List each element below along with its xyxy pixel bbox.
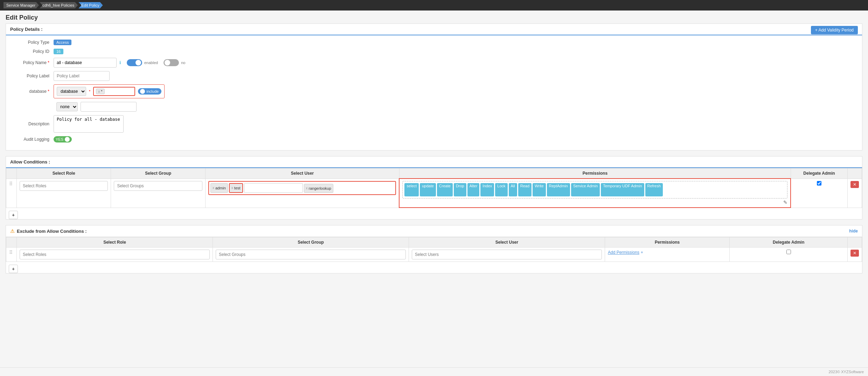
perm-alter[interactable]: Alter: [467, 183, 480, 196]
excl-delegate-admin-header: Delegate Admin: [730, 237, 848, 248]
no-toggle[interactable]: [164, 59, 179, 66]
select-roles-input[interactable]: [20, 181, 108, 191]
policy-id-row: Policy ID 16: [12, 49, 856, 54]
add-allow-row-button[interactable]: +: [9, 211, 18, 219]
add-validity-button[interactable]: + Add Validity Period: [811, 26, 858, 34]
delegate-admin-header: Delegate Admin: [791, 168, 847, 179]
perm-temp-udf[interactable]: Temporary UDF Admin: [601, 183, 644, 196]
none-row: none: [56, 102, 856, 112]
hide-link[interactable]: hide: [849, 229, 858, 234]
none-select[interactable]: none: [56, 102, 78, 111]
perm-lock[interactable]: Lock: [495, 183, 507, 196]
perm-select[interactable]: select: [404, 183, 419, 196]
delegate-admin-checkbox[interactable]: [817, 181, 821, 186]
tag-value: *: [101, 89, 102, 93]
include-toggle[interactable]: include: [138, 88, 161, 95]
delegate-admin-cell: [791, 179, 847, 208]
excl-delete-row-button[interactable]: ✕: [850, 250, 859, 257]
perm-refresh[interactable]: Refresh: [645, 183, 663, 196]
enabled-label: enabled: [144, 61, 158, 65]
user-tag-input[interactable]: [244, 183, 303, 193]
user-tag-rangerlookup: x rangerlookup: [304, 184, 333, 193]
delete-cell: ✕: [848, 179, 862, 208]
perm-edit-icon[interactable]: ✎: [402, 200, 787, 205]
user-tags-container[interactable]: x admin x test x rangerlo: [208, 181, 396, 195]
description-label: Description: [12, 121, 54, 126]
perm-create[interactable]: Create: [437, 183, 453, 196]
excl-select-user-cell: [409, 248, 605, 262]
select-user-header: Select User: [205, 168, 399, 179]
breadcrumb: Service Manager cdh6_hive Policies Edit …: [0, 0, 868, 11]
add-permissions-link[interactable]: Add Permissions: [608, 250, 639, 255]
excl-select-users-input[interactable]: [412, 250, 602, 259]
audit-knob: [65, 137, 70, 142]
drag-col-header: [6, 168, 17, 179]
select-group-header: Select Group: [111, 168, 205, 179]
none-input[interactable]: [81, 102, 137, 112]
audit-yes-label: YES: [56, 137, 63, 141]
delete-row-button[interactable]: ✕: [850, 181, 859, 188]
perm-reptadmin[interactable]: ReptAdmin: [547, 183, 570, 196]
breadcrumb-policies[interactable]: cdh6_hive Policies: [40, 2, 78, 8]
user-tag-rangerlookup-label: rangerlookup: [309, 186, 331, 190]
perm-update[interactable]: update: [420, 183, 436, 196]
excl-drag-col-header: [6, 237, 17, 248]
excl-delete-cell: ✕: [848, 248, 862, 262]
excl-permissions-cell: Add Permissions +: [605, 248, 730, 262]
permissions-header: Permissions: [399, 168, 791, 179]
excl-delegate-admin-cell: [730, 248, 848, 262]
audit-toggle[interactable]: YES: [54, 136, 72, 142]
exclude-conditions-row: ⠿ Add Permissions +: [6, 248, 862, 262]
perm-all[interactable]: All: [509, 183, 517, 196]
add-permissions-plus[interactable]: +: [641, 250, 643, 255]
policy-name-wrap: ℹ enabled no: [54, 58, 185, 68]
breadcrumb-edit-policy[interactable]: Edit Policy: [78, 2, 103, 8]
user-tag-test-x[interactable]: x: [231, 186, 233, 190]
database-tag-input[interactable]: x *: [93, 87, 135, 96]
description-textarea[interactable]: Policy for all - database: [54, 115, 124, 133]
perm-write[interactable]: Write: [533, 183, 546, 196]
policy-label-input[interactable]: [54, 71, 110, 81]
required-star: *: [89, 89, 90, 93]
allow-conditions-section: Allow Conditions : Select Role Select Gr…: [6, 156, 862, 220]
policy-type-label: Policy Type: [12, 40, 54, 45]
page-title: Edit Policy: [0, 11, 868, 23]
database-row: database database * x * include: [12, 84, 856, 98]
excl-select-roles-input[interactable]: [20, 250, 210, 259]
drag-cell: ⠿: [6, 179, 17, 208]
select-role-cell: [17, 179, 111, 208]
perm-read[interactable]: Read: [518, 183, 532, 196]
add-exclude-row-button[interactable]: +: [9, 265, 18, 273]
user-tag-admin-x[interactable]: x: [213, 186, 214, 190]
exclude-title: ⚠ Exclude from Allow Conditions :: [10, 228, 87, 234]
database-select[interactable]: database: [57, 87, 86, 96]
policy-name-input[interactable]: [54, 58, 117, 68]
database-tag: x *: [96, 89, 104, 94]
tag-x[interactable]: x: [98, 90, 100, 93]
include-label: include: [146, 89, 159, 93]
excl-select-groups-input[interactable]: [216, 250, 406, 259]
breadcrumb-service-manager[interactable]: Service Manager: [4, 2, 39, 8]
excl-select-group-header: Select Group: [213, 237, 409, 248]
excl-drag-handle-icon[interactable]: ⠿: [9, 250, 13, 255]
enabled-toggle[interactable]: [127, 59, 142, 66]
excl-action-col-header: [848, 237, 862, 248]
policy-details-header: Policy Details : + Add Validity Period: [6, 24, 862, 35]
no-label: no: [181, 61, 185, 65]
policy-label-label: Policy Label: [12, 74, 54, 78]
perm-tags-container: select update Create Drop Alter Index Lo…: [402, 181, 787, 199]
perm-index[interactable]: Index: [480, 183, 494, 196]
perm-service-admin[interactable]: Service Admin: [571, 183, 600, 196]
perm-drop[interactable]: Drop: [454, 183, 466, 196]
main-content: Policy Details : + Add Validity Period P…: [0, 23, 868, 285]
audit-logging-row: Audit Logging YES: [12, 136, 856, 142]
select-groups-input[interactable]: [114, 181, 202, 191]
excl-select-role-cell: [17, 248, 213, 262]
no-toggle-knob: [165, 60, 170, 65]
user-tag-rangerlookup-x[interactable]: x: [306, 186, 308, 190]
exclude-conditions-title: Exclude from Allow Conditions :: [17, 229, 87, 234]
excl-drag-cell: ⠿: [6, 248, 17, 262]
drag-handle-icon[interactable]: ⠿: [9, 181, 13, 187]
excl-select-group-cell: [213, 248, 409, 262]
excl-delegate-admin-checkbox[interactable]: [786, 250, 791, 254]
